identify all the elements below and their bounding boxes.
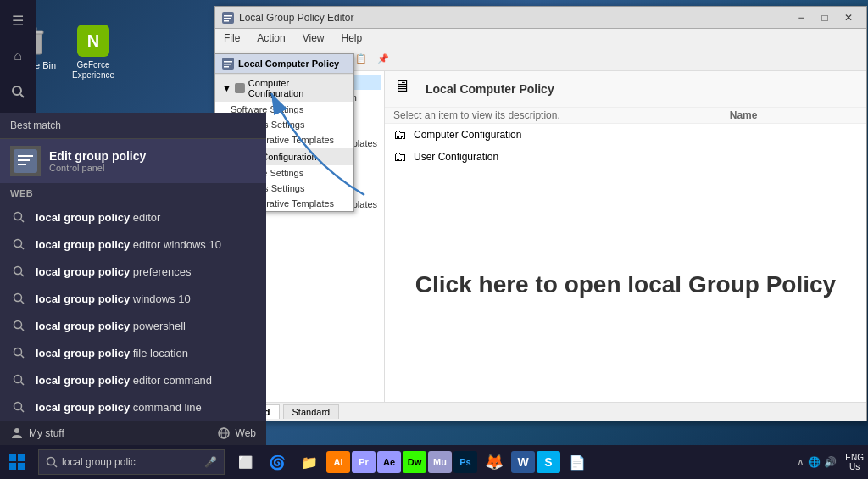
svg-line-27: [21, 382, 25, 386]
desktop: Recycle Bin N GeForce Experience ☰ ⌂ ○ 👤…: [0, 0, 868, 479]
svg-rect-12: [18, 159, 30, 161]
gpe-title-icon: [222, 12, 234, 24]
word-icon[interactable]: W: [511, 451, 535, 473]
geforce-icon[interactable]: N GeForce Experience: [64, 24, 123, 81]
search-item-4[interactable]: local group policy powershell: [0, 312, 266, 339]
svg-point-14: [14, 213, 22, 220]
menu-help[interactable]: Help: [337, 31, 368, 46]
svg-line-50: [54, 465, 58, 468]
search-item-2[interactable]: local group policy preferences: [0, 258, 266, 285]
main-search-result[interactable]: Edit group policy Control panel: [0, 139, 266, 183]
explorer-icon[interactable]: 📁: [294, 447, 325, 477]
edge-icon[interactable]: 🌀: [262, 447, 292, 477]
dreamweaver-icon[interactable]: Dw: [403, 451, 426, 473]
menu-file[interactable]: File: [219, 31, 245, 46]
search-item-text-4: local group policy powershell: [36, 320, 186, 332]
gpe-statusbar: Extended Standard: [215, 402, 866, 421]
search-magnify-icon-5: [10, 344, 27, 361]
search-magnify-icon-3: [10, 290, 27, 307]
search-item-0[interactable]: local group policy editor: [0, 203, 266, 231]
ae-icon[interactable]: Ae: [377, 451, 401, 473]
taskbar-apps: ⬜ 🌀 📁 Ai Pr Ae Dw Mu Ps 🦊 W S 📄: [230, 447, 593, 477]
search-panel-footer: My stuff Web: [0, 421, 266, 445]
network-icon[interactable]: 🌐: [808, 456, 821, 468]
premiere-icon[interactable]: Pr: [352, 451, 376, 473]
my-stuff-label: My stuff: [29, 427, 64, 439]
svg-point-8: [13, 86, 21, 95]
menu-action[interactable]: Action: [252, 31, 290, 46]
gpe-main-header-icon: 🖥: [393, 76, 419, 102]
svg-point-22: [14, 321, 22, 329]
svg-rect-37: [224, 66, 229, 68]
svg-rect-11: [18, 155, 33, 157]
svg-rect-35: [224, 61, 232, 63]
svg-point-49: [47, 458, 55, 465]
svg-line-17: [21, 247, 25, 250]
search-item-text-7: local group policy command line: [36, 401, 202, 414]
photoshop-icon[interactable]: Ps: [453, 451, 477, 473]
toolbar-btn-5[interactable]: 📌: [373, 50, 393, 69]
language-label: ENG: [845, 453, 864, 462]
taskbar: 🎤 ⬜ 🌀 📁 Ai Pr Ae Dw Mu Ps 🦊 W S 📄 ∧ 🌐 🔊 …: [0, 445, 868, 479]
illustrator-icon[interactable]: Ai: [326, 451, 350, 473]
hamburger-menu-icon[interactable]: ☰: [2, 4, 34, 36]
gpe-window-controls: − □ ✕: [790, 9, 860, 26]
main-result-title: Edit group policy: [49, 149, 146, 163]
search-magnify-icon-7: [10, 398, 27, 415]
svg-point-20: [14, 294, 22, 302]
my-stuff-button[interactable]: My stuff: [10, 426, 64, 440]
volume-icon[interactable]: 🔊: [824, 456, 837, 468]
maximize-button[interactable]: □: [814, 9, 836, 26]
search-item-1[interactable]: local group policy editor windows 10: [0, 231, 266, 258]
svg-line-19: [21, 274, 25, 277]
list-item-user-config[interactable]: 🗂 User Configuration: [385, 146, 866, 168]
taskbar-search-input[interactable]: [62, 456, 204, 468]
search-item-6[interactable]: local group policy editor command: [0, 366, 266, 393]
tree-dropdown-header: Local Computer Policy: [215, 54, 353, 74]
web-label: Web: [236, 427, 256, 439]
firefox-icon[interactable]: 🦊: [479, 447, 509, 477]
region-label: Us: [849, 462, 860, 471]
svg-line-21: [21, 301, 25, 304]
edit-group-policy-icon: [10, 146, 41, 176]
tab-standard[interactable]: Standard: [283, 404, 340, 419]
list-item-computer-config[interactable]: 🗂 Computer Configuration: [385, 124, 866, 146]
computer-config-label: Computer Configuration: [248, 78, 347, 98]
svg-rect-48: [18, 463, 25, 470]
search-sidebar-icon[interactable]: [2, 75, 34, 108]
menu-view[interactable]: View: [298, 31, 330, 46]
close-button[interactable]: ✕: [837, 9, 860, 26]
skype-icon[interactable]: S: [537, 451, 560, 473]
minimize-button[interactable]: −: [790, 9, 812, 26]
web-section-label: Web: [0, 183, 266, 203]
search-item-5[interactable]: local group policy file location: [0, 339, 266, 366]
gpe-description-bar: Select an item to view its description. …: [385, 108, 866, 124]
search-magnify-icon-6: [10, 371, 27, 388]
task-view-button[interactable]: ⬜: [230, 447, 260, 477]
home-icon[interactable]: ⌂: [2, 40, 34, 72]
search-item-7[interactable]: local group policy command line: [0, 393, 266, 421]
muse-icon[interactable]: Mu: [428, 451, 452, 473]
svg-point-24: [14, 348, 22, 356]
tray-up-arrow[interactable]: ∧: [797, 456, 804, 468]
gpe-big-text: Click here to open local Group Policy: [385, 168, 866, 402]
gpe-main-header: 🖥 Local Computer Policy: [385, 71, 866, 108]
svg-point-30: [14, 428, 19, 433]
svg-rect-38: [235, 83, 245, 93]
svg-rect-36: [224, 64, 231, 65]
svg-point-18: [14, 267, 22, 275]
gpe-title: Local Group Policy Editor: [239, 12, 785, 24]
search-magnify-icon-4: [10, 317, 27, 334]
start-button[interactable]: [0, 445, 34, 479]
search-panel-header: Best match: [0, 113, 266, 139]
search-item-3[interactable]: local group policy windows 10: [0, 285, 266, 312]
computer-config-expand[interactable]: ▼ Computer Configuration: [215, 74, 353, 102]
computer-config-list-icon: 🗂: [393, 127, 407, 142]
search-item-text-1: local group policy editor windows 10: [36, 238, 221, 251]
web-button[interactable]: Web: [217, 426, 256, 440]
taskbar-search-box[interactable]: 🎤: [38, 449, 225, 475]
svg-rect-43: [224, 20, 229, 22]
svg-line-15: [21, 220, 25, 223]
notepad-icon[interactable]: 📄: [562, 447, 593, 477]
search-item-text-3: local group policy windows 10: [36, 292, 191, 305]
